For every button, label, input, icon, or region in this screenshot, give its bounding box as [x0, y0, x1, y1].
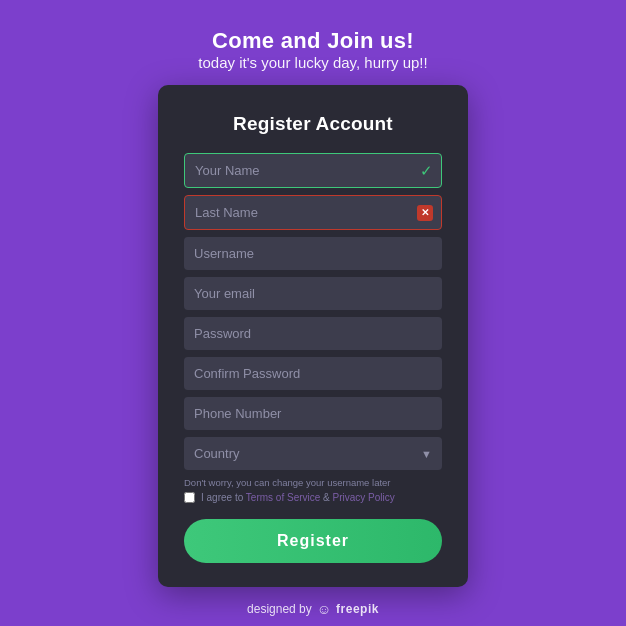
register-button[interactable]: Register	[184, 519, 442, 563]
field-confirm-password	[184, 357, 442, 390]
freepik-icon: ☺	[317, 601, 331, 617]
field-country: Country ▼	[184, 437, 442, 470]
terms-row: I agree to Terms of Service & Privacy Po…	[184, 492, 442, 503]
username-hint: Don't worry, you can change your usernam…	[184, 477, 442, 488]
terms-label: I agree to Terms of Service & Privacy Po…	[201, 492, 395, 503]
field-username	[184, 237, 442, 270]
your-name-input[interactable]	[184, 153, 442, 188]
header-title: Come and Join us!	[198, 28, 427, 54]
page-header: Come and Join us! today it's your lucky …	[198, 28, 427, 71]
terms-checkbox[interactable]	[184, 492, 195, 503]
country-select[interactable]: Country	[184, 437, 442, 470]
privacy-policy-link[interactable]: Privacy Policy	[333, 492, 395, 503]
field-email	[184, 277, 442, 310]
password-input[interactable]	[184, 317, 442, 350]
field-phone	[184, 397, 442, 430]
confirm-password-input[interactable]	[184, 357, 442, 390]
field-password	[184, 317, 442, 350]
username-input[interactable]	[184, 237, 442, 270]
register-card: Register Account ✓ ✕ Country ▼ Don't wor…	[158, 85, 468, 587]
email-input[interactable]	[184, 277, 442, 310]
footer: designed by ☺ freepik	[247, 601, 379, 617]
terms-service-link[interactable]: Terms of Service	[246, 492, 320, 503]
card-title: Register Account	[184, 113, 442, 135]
footer-brand: freepik	[336, 602, 379, 616]
header-subtitle: today it's your lucky day, hurry up!!	[198, 54, 427, 71]
phone-input[interactable]	[184, 397, 442, 430]
field-last-name: ✕	[184, 195, 442, 230]
field-your-name: ✓	[184, 153, 442, 188]
last-name-input[interactable]	[184, 195, 442, 230]
footer-text: designed by	[247, 602, 312, 616]
